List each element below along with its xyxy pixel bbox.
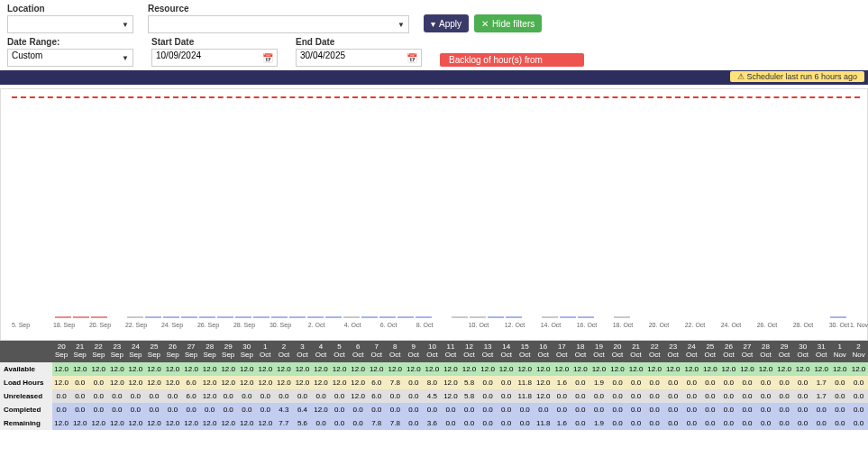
table-column-header: 21Sep xyxy=(70,341,89,362)
table-cell: 12.0 xyxy=(367,362,386,376)
chevron-down-icon: ▼ xyxy=(122,21,129,29)
table-cell: 12.0 xyxy=(460,362,479,376)
table-cell: 0.0 xyxy=(589,389,608,403)
table-cell: 12.0 xyxy=(442,376,461,389)
table-column-header: 17Oct xyxy=(553,341,571,362)
table-cell: 12.0 xyxy=(812,362,831,376)
table-cell: 0.0 xyxy=(626,376,645,389)
table-cell: 0.0 xyxy=(775,389,794,403)
calendar-icon: 📅 xyxy=(262,53,273,63)
table-column-header: 25Oct xyxy=(701,341,720,362)
table-cell: 0.0 xyxy=(738,389,757,403)
table-cell: 0.0 xyxy=(460,416,479,430)
table-cell: 12.0 xyxy=(219,416,238,430)
table-column-header: 1Nov xyxy=(830,341,849,362)
table-cell: 0.0 xyxy=(663,403,682,416)
chart-bar-segment: 51.0% xyxy=(73,316,89,318)
table-cell: 0.0 xyxy=(793,389,812,403)
x-axis-tick: 18. Sep xyxy=(53,322,75,328)
table-cell: 0.0 xyxy=(108,389,127,403)
table-cell: 12.0 xyxy=(442,362,461,376)
chart-bar-segment xyxy=(307,316,324,318)
date-range-select[interactable]: Custom ▼ xyxy=(7,49,133,67)
table-cell: 4.3 xyxy=(275,403,294,416)
warning-icon: ⚠ xyxy=(737,72,745,81)
x-axis-tick: 26. Sep xyxy=(197,322,219,328)
table-cell: 0.0 xyxy=(89,376,108,389)
table-cell: 0.0 xyxy=(849,376,868,389)
table-cell: 4.5 xyxy=(423,389,442,403)
table-cell: 12.0 xyxy=(793,362,812,376)
x-axis-tick: 4. Oct xyxy=(344,322,361,328)
table-cell: 0.0 xyxy=(849,403,868,416)
table-cell: 1.6 xyxy=(553,376,571,389)
table-column-header: 11Oct xyxy=(442,341,461,362)
table-cell: 0.0 xyxy=(645,376,664,389)
table-cell: 0.0 xyxy=(608,403,627,416)
end-date-input[interactable]: 30/04/2025 📅 xyxy=(296,49,422,67)
table-cell: 11.8 xyxy=(534,416,553,430)
chart-bar-segment: 13.5% xyxy=(578,316,594,318)
table-cell: 0.0 xyxy=(330,389,349,403)
table-cell: 0.0 xyxy=(775,376,794,389)
table-cell: 0.0 xyxy=(719,376,738,389)
table-column-header: 23Sep xyxy=(108,341,127,362)
chart-bar-segment xyxy=(235,316,251,318)
table-cell: 12.0 xyxy=(182,416,201,430)
table-cell: 12.0 xyxy=(108,362,127,376)
table-cell: 0.0 xyxy=(793,376,812,389)
table-cell: 0.0 xyxy=(571,389,590,403)
table-column-header: 8Oct xyxy=(386,341,405,362)
start-date-input[interactable]: 10/09/2024 📅 xyxy=(151,49,278,67)
table-cell: 0.0 xyxy=(645,416,664,430)
table-cell: 5.6 xyxy=(293,416,312,430)
table-cell: 12.0 xyxy=(312,403,331,416)
chart-bar-segment xyxy=(506,316,522,318)
table-cell: 0.0 xyxy=(626,416,645,430)
table-cell: 12.0 xyxy=(330,376,349,389)
x-axis-tick: 30. Sep xyxy=(270,322,291,328)
table-cell: 0.0 xyxy=(52,389,71,403)
table-row: Available12.012.012.012.012.012.012.012.… xyxy=(0,362,868,376)
table-cell: 12.0 xyxy=(163,416,182,430)
table-cell: 12.0 xyxy=(534,389,553,403)
location-select[interactable]: ▼ xyxy=(7,15,133,33)
chart-bar-segment xyxy=(488,316,504,318)
table-column-header: 13Oct xyxy=(479,341,498,362)
table-row-label: Load Hours xyxy=(0,376,52,389)
table-cell: 12.0 xyxy=(349,389,368,403)
chart-bar-segment: 100.0% xyxy=(379,316,396,318)
table-cell: 0.0 xyxy=(553,403,571,416)
table-cell: 5.8 xyxy=(460,389,479,403)
table-cell: 12.0 xyxy=(330,362,349,376)
table-cell: 11.8 xyxy=(516,389,535,403)
apply-button[interactable]: ▾ Apply xyxy=(424,14,469,32)
table-cell: 0.0 xyxy=(256,403,275,416)
chart-bar-segment xyxy=(452,316,468,318)
table-cell: 12.0 xyxy=(52,416,71,430)
table-row-label: Completed xyxy=(0,403,52,416)
filter-bar-row2: Date Range: Custom ▼ Start Date 10/09/20… xyxy=(0,37,868,70)
chart-bar-segment xyxy=(325,316,342,318)
table-cell: 0.0 xyxy=(663,389,682,403)
table-cell: 12.0 xyxy=(553,362,571,376)
table-column-header: 2Nov xyxy=(849,341,868,362)
table-cell: 0.0 xyxy=(682,403,701,416)
hide-filters-button[interactable]: ✕ Hide filters xyxy=(474,14,542,32)
table-cell: 0.0 xyxy=(386,403,405,416)
table-column-header: 5Oct xyxy=(330,341,349,362)
resource-select[interactable]: ▼ xyxy=(148,15,409,33)
table-column-header: 9Oct xyxy=(405,341,424,362)
table-cell: 0.0 xyxy=(626,403,645,416)
table-cell: 12.0 xyxy=(256,416,275,430)
table-cell: 0.0 xyxy=(405,376,424,389)
table-column-header: 30Sep xyxy=(237,341,256,362)
table-column-header: 4Oct xyxy=(312,341,331,362)
chevron-down-icon: ▼ xyxy=(397,21,405,29)
chart-bar-segment: 97.9% xyxy=(542,316,558,318)
table-column-header: 21Oct xyxy=(626,341,645,362)
table-cell: 12.0 xyxy=(145,362,164,376)
table-column-header: 22Sep xyxy=(89,341,108,362)
table-row: Remaining12.012.012.012.012.012.012.012.… xyxy=(0,416,868,430)
table-cell: 0.0 xyxy=(849,416,868,430)
